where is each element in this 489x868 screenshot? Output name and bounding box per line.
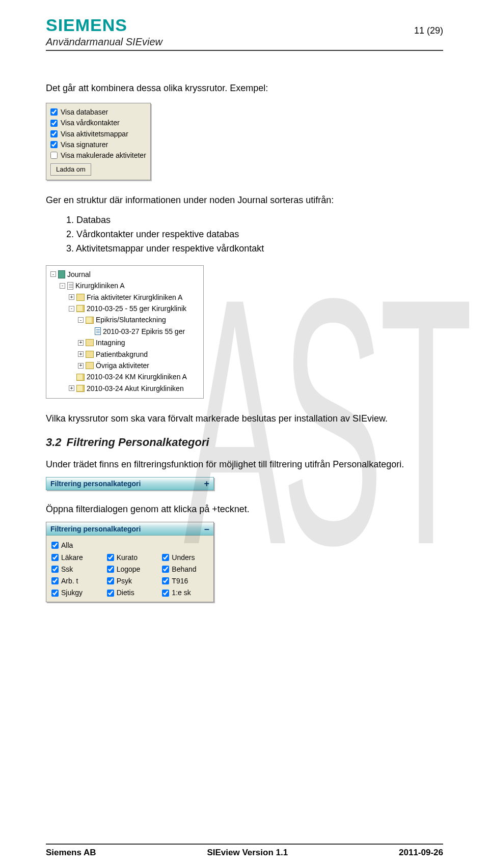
database-icon (67, 282, 73, 290)
page-number: 11 (29) (414, 25, 443, 36)
filter-option: Unders (162, 552, 208, 563)
filter-row: LäkareKuratoUnders (51, 552, 208, 563)
paragraph-5: Öppna filterdialogen genom att klicka på… (46, 502, 443, 516)
expand-icon[interactable]: + (69, 294, 74, 300)
collapse-icon[interactable]: - (69, 306, 74, 312)
checkbox-label: Visa vårdkontakter (61, 118, 120, 128)
expand-icon[interactable]: + (78, 351, 84, 357)
siemens-logo: SIEMENS (46, 15, 443, 35)
folder-open-icon (76, 374, 85, 381)
manual-title: Användarmanual SIEview (46, 36, 443, 48)
filter-panel-expanded: Filtrering personalkategori – AllaLäkare… (46, 522, 214, 602)
folder-closed-icon (86, 362, 94, 369)
checkbox[interactable] (50, 152, 58, 159)
checkbox[interactable] (50, 130, 58, 137)
tree-row[interactable]: 2010-03-24 KM Kirurgkliniken A (48, 371, 201, 382)
tree-row[interactable]: -Kirurgkliniken A (48, 280, 201, 291)
filter-option: Ssk (51, 564, 98, 574)
filter-label: Ssk (61, 564, 73, 574)
filter-row: SskLogopeBehand (51, 564, 208, 574)
checkbox-panel-figure: Visa databaserVisa vårdkontakterVisa akt… (46, 103, 151, 180)
plus-icon[interactable]: + (204, 477, 209, 490)
folder-open-icon (86, 317, 94, 324)
paragraph-3: Vilka kryssrutor som ska vara förvalt ma… (46, 412, 443, 425)
tree-row[interactable]: 2010-03-27 Epikris 55 ger (48, 326, 201, 337)
tree-row[interactable]: +Övriga aktiviteter (48, 360, 201, 371)
filter-option: Logope (107, 564, 153, 574)
filter-row: SjukgyDietis1:e sk (51, 587, 208, 598)
expand-placeholder (69, 374, 74, 380)
reload-button[interactable]: Ladda om (50, 163, 91, 176)
filter-option: Psyk (107, 576, 153, 586)
checkbox[interactable] (50, 141, 58, 148)
minus-icon[interactable]: – (204, 522, 209, 536)
checkbox[interactable] (107, 590, 114, 597)
checkbox[interactable] (107, 577, 114, 584)
page-footer: Siemens AB SIEview Version 1.1 2011-09-2… (46, 842, 443, 858)
tree-label: Kirurgkliniken A (75, 280, 125, 291)
filter-label: Psyk (117, 576, 132, 586)
filterbar-label: Filtrering personalkategori (50, 524, 141, 534)
list-item: 1. Databas (66, 213, 443, 227)
journal-icon (58, 270, 65, 278)
tree-row[interactable]: +Intagning (48, 337, 201, 348)
filter-label: Sjukgy (61, 587, 83, 598)
tree-label: 2010-03-24 KM Kirurgkliniken A (87, 371, 187, 382)
list-item: 3. Aktivitetsmappar under respektive vår… (66, 242, 443, 255)
checkbox-row: Visa vårdkontakter (50, 118, 146, 128)
filter-option: 1:e sk (162, 587, 208, 598)
list-item: 2. Vårdkontakter under respektive databa… (66, 228, 443, 241)
tree-label: Journal (67, 269, 91, 280)
filter-option: Alla (51, 540, 100, 550)
tree-row[interactable]: +2010-03-24 Akut Kirurgkliniken (48, 383, 201, 394)
filter-option: Sjukgy (51, 587, 98, 598)
section-title: Filtrering Personalkategori (67, 436, 209, 449)
checkbox[interactable] (107, 566, 114, 573)
expand-icon[interactable]: + (78, 363, 84, 369)
checkbox[interactable] (162, 577, 169, 584)
tree-row[interactable]: -2010-03-25 - 55 ger Kirurgklinik (48, 303, 201, 314)
tree-label: Patientbakgrund (96, 349, 148, 360)
document-icon (95, 327, 101, 335)
checkbox-label: Visa aktivitetsmappar (61, 129, 128, 139)
checkbox[interactable] (51, 554, 59, 561)
tree-label: 2010-03-25 - 55 ger Kirurgklinik (87, 303, 186, 314)
checkbox[interactable] (50, 120, 58, 127)
collapse-icon[interactable]: - (50, 271, 56, 277)
tree-row[interactable]: -Journal (48, 269, 201, 280)
filter-label: 1:e sk (172, 587, 191, 598)
footer-left: Siemens AB (46, 848, 96, 858)
checkbox[interactable] (51, 577, 59, 584)
collapse-icon[interactable]: - (78, 317, 84, 323)
checkbox[interactable] (51, 590, 59, 597)
collapse-icon[interactable]: - (60, 283, 65, 289)
expand-placeholder (87, 328, 93, 334)
checkbox[interactable] (162, 566, 169, 573)
tree-row[interactable]: +Fria aktiviteter Kirurgkliniken A (48, 292, 201, 303)
filter-label: Kurato (117, 552, 138, 563)
folder-closed-icon (76, 294, 85, 301)
expand-icon[interactable]: + (78, 340, 84, 346)
checkbox[interactable] (162, 554, 169, 561)
checkbox[interactable] (50, 108, 58, 116)
tree-row[interactable]: +Patientbakgrund (48, 349, 201, 360)
tree-label: Intagning (96, 337, 125, 348)
checkbox-row: Visa databaser (50, 107, 146, 117)
checkbox[interactable] (107, 554, 114, 561)
expand-icon[interactable]: + (69, 385, 74, 391)
filterbar-expanded[interactable]: Filtrering personalkategori – (46, 522, 213, 536)
checkbox[interactable] (51, 542, 59, 549)
tree-row[interactable]: -Epikris/Slutanteckning (48, 314, 201, 325)
filter-label: Alla (61, 540, 73, 550)
footer-right: 2011-09-26 (399, 848, 443, 858)
filterbar-collapsed[interactable]: Filtrering personalkategori + (46, 477, 214, 490)
tree-label: 2010-03-24 Akut Kirurgkliniken (87, 383, 184, 394)
checkbox[interactable] (162, 590, 169, 597)
checkbox-label: Visa databaser (61, 107, 108, 117)
filter-label: T916 (172, 576, 188, 586)
checkbox-label: Visa signaturer (61, 139, 108, 150)
checkbox[interactable] (51, 566, 59, 573)
folder-open-icon (76, 385, 85, 392)
filter-option: T916 (162, 576, 208, 586)
section-number: 3.2 (46, 436, 62, 449)
